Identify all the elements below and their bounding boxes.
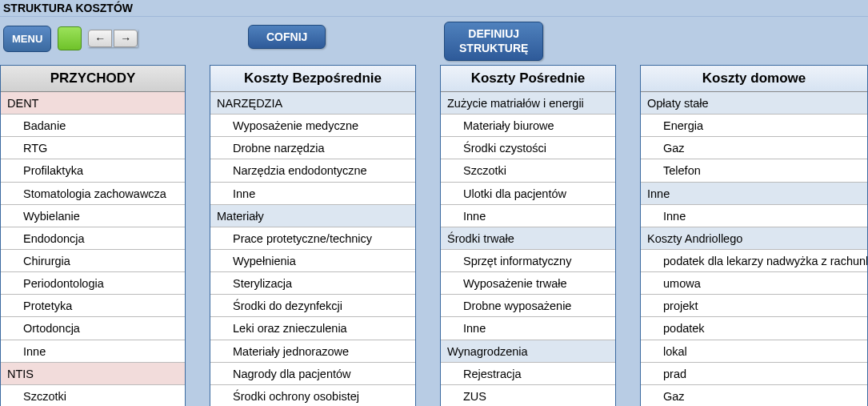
- column-gap: [616, 65, 640, 406]
- column-header: Koszty Bezpośrednie: [210, 66, 415, 92]
- category-header[interactable]: DENT: [1, 92, 185, 115]
- list-item[interactable]: Prace protetyczne/technicy: [210, 227, 415, 250]
- list-item[interactable]: projekt: [641, 295, 867, 317]
- list-item[interactable]: Środki czystości: [441, 137, 615, 159]
- column-header: PRZYCHODY: [1, 66, 185, 92]
- column-gap: [186, 65, 210, 406]
- toolbar: MENU ← → COFNIJ DEFINIUJ STRUKTURĘ: [0, 17, 868, 65]
- list-item[interactable]: lokal: [641, 340, 867, 363]
- list-item[interactable]: Inne: [441, 317, 615, 340]
- list-item[interactable]: ZUS: [441, 385, 615, 406]
- list-item[interactable]: Środki ochrony osobistej: [210, 385, 415, 406]
- list-item[interactable]: Wyposażenie trwałe: [441, 272, 615, 295]
- category-header[interactable]: Inne: [641, 183, 867, 205]
- list-item[interactable]: RTG: [1, 137, 185, 159]
- column-gap: [416, 65, 440, 406]
- list-item[interactable]: Endodoncja: [1, 227, 185, 250]
- column-header: Koszty domowe: [641, 66, 867, 92]
- column-direct-costs: Koszty Bezpośrednie NARZĘDZIAWyposażenie…: [210, 65, 416, 406]
- list-item[interactable]: prad: [641, 363, 867, 385]
- columns-area: PRZYCHODY DENTBadanieRTGProfilaktykaStom…: [0, 65, 868, 406]
- list-item[interactable]: Rejestracja: [441, 363, 615, 385]
- category-header[interactable]: NTIS: [1, 363, 185, 385]
- category-header[interactable]: NARZĘDZIA: [210, 92, 415, 115]
- green-button[interactable]: [58, 26, 82, 50]
- list-item[interactable]: Leki oraz znieczulenia: [210, 317, 415, 340]
- category-header[interactable]: Zużycie matriałów i energii: [441, 92, 615, 115]
- list-item[interactable]: Inne: [210, 183, 415, 205]
- column-indirect-costs: Koszty Pośrednie Zużycie matriałów i ene…: [440, 65, 616, 406]
- page-title: STRUKTURA KOSZTÓW: [0, 0, 868, 17]
- list-item[interactable]: Narzędzia endodontyczne: [210, 159, 415, 182]
- list-item[interactable]: Drobne wyposażenie: [441, 295, 615, 317]
- arrow-right-button[interactable]: →: [114, 30, 138, 47]
- column-header: Koszty Pośrednie: [441, 66, 615, 92]
- list-item[interactable]: umowa: [641, 272, 867, 295]
- category-header[interactable]: Wynagrodzenia: [441, 340, 615, 363]
- category-header[interactable]: Koszty Andriollego: [641, 227, 867, 250]
- list-item[interactable]: podatek: [641, 317, 867, 340]
- arrow-left-icon: ←: [94, 33, 106, 44]
- column-revenues: PRZYCHODY DENTBadanieRTGProfilaktykaStom…: [0, 65, 186, 406]
- list-item[interactable]: Materiały biurowe: [441, 115, 615, 137]
- list-item[interactable]: Chirurgia: [1, 250, 185, 272]
- list-item[interactable]: Materiały jednorazowe: [210, 340, 415, 363]
- list-item[interactable]: Gaz: [641, 137, 867, 159]
- list-item[interactable]: Sterylizacja: [210, 272, 415, 295]
- list-item[interactable]: Periodontologia: [1, 272, 185, 295]
- list-item[interactable]: Badanie: [1, 115, 185, 137]
- list-item[interactable]: Profilaktyka: [1, 159, 185, 182]
- menu-button[interactable]: MENU: [3, 26, 51, 52]
- list-item[interactable]: Drobne narzędzia: [210, 137, 415, 159]
- list-item[interactable]: Szczotki: [1, 385, 185, 406]
- list-item[interactable]: Energia: [641, 115, 867, 137]
- list-item[interactable]: Inne: [441, 205, 615, 227]
- list-item[interactable]: Telefon: [641, 159, 867, 182]
- list-item[interactable]: Gaz: [641, 385, 867, 406]
- list-item[interactable]: Inne: [641, 205, 867, 227]
- nav-arrows: ← →: [88, 30, 138, 47]
- category-header[interactable]: Środki trwałe: [441, 227, 615, 250]
- list-item[interactable]: Inne: [1, 340, 185, 363]
- list-item[interactable]: Wypełnienia: [210, 250, 415, 272]
- list-item[interactable]: Środki do dezynfekcji: [210, 295, 415, 317]
- category-header[interactable]: Materiały: [210, 205, 415, 227]
- arrow-right-icon: →: [120, 33, 131, 44]
- list-item[interactable]: podatek dla lekarzy nadwyżka z rachunku: [641, 250, 867, 272]
- category-header[interactable]: Opłaty stałe: [641, 92, 867, 115]
- list-item[interactable]: Sprzęt informatyczny: [441, 250, 615, 272]
- list-item[interactable]: Wybielanie: [1, 205, 185, 227]
- column-home-costs: Koszty domowe Opłaty stałeEnergiaGazTele…: [640, 65, 868, 406]
- arrow-left-button[interactable]: ←: [88, 30, 112, 47]
- list-item[interactable]: Protetyka: [1, 295, 185, 317]
- list-item[interactable]: Stomatologia zachowawcza: [1, 183, 185, 205]
- list-item[interactable]: Szczotki: [441, 159, 615, 182]
- list-item[interactable]: Ortodoncja: [1, 317, 185, 340]
- list-item[interactable]: Ulotki dla pacjentów: [441, 183, 615, 205]
- undo-button[interactable]: COFNIJ: [248, 25, 326, 49]
- list-item[interactable]: Nagrody dla pacjentów: [210, 363, 415, 385]
- define-structure-button[interactable]: DEFINIUJ STRUKTURĘ: [444, 22, 543, 61]
- list-item[interactable]: Wyposażenie medyczne: [210, 115, 415, 137]
